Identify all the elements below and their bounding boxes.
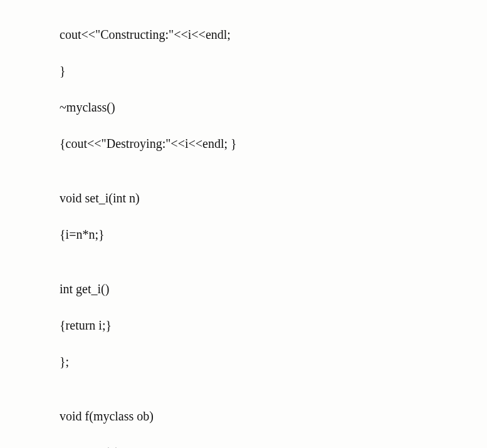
code-line: ~myclass() xyxy=(60,98,487,117)
code-line: {return i;} xyxy=(60,316,487,335)
code-line: {i=n*n;} xyxy=(60,226,487,244)
code-line: }; xyxy=(60,353,487,371)
code-line: } xyxy=(60,62,487,80)
code-line: void set_i(int n) xyxy=(60,189,487,207)
code-line: void f(myclass ob) xyxy=(60,407,487,425)
code-line: {ob.set_i(8); xyxy=(60,444,487,448)
code-line: {cout<<"Destroying:"<<i<<endl; } xyxy=(60,135,487,153)
code-line: int get_i() xyxy=(60,280,487,298)
code-block: cout<<"Constructing:"<<i<<endl; } ~mycla… xyxy=(0,0,487,448)
code-line: cout<<"Constructing:"<<i<<endl; xyxy=(60,26,487,44)
